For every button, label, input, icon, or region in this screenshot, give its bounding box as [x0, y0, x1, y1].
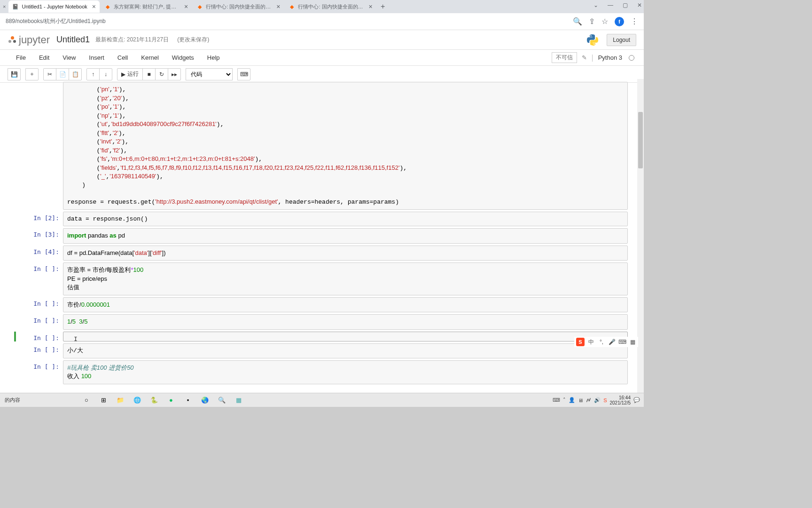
code-input[interactable]: 小/大 — [63, 344, 627, 358]
save-button[interactable]: 💾 — [8, 68, 21, 80]
browser-tab-0[interactable]: 📓 Untitled1 - Jupyter Notebook × — [8, 0, 100, 13]
close-icon[interactable]: × — [184, 3, 188, 10]
kebab-menu-icon[interactable]: ⋮ — [631, 17, 638, 26]
tray-keyboard-icon[interactable]: ⌨ — [553, 397, 560, 403]
code-input[interactable]: 1/5 3/5 — [63, 315, 627, 329]
browser-ie-icon[interactable]: 🌏 — [200, 395, 210, 405]
explorer-icon[interactable]: 📁 — [115, 395, 125, 405]
interrupt-button[interactable]: ■ — [142, 68, 156, 80]
tab-label: 行情中心: 国内快捷全面的股票... — [206, 3, 272, 10]
code-cell[interactable]: In [3]: import pandas as pd — [16, 228, 628, 244]
new-tab-button[interactable]: + — [377, 1, 389, 12]
pycharm-icon[interactable]: 🐍 — [149, 395, 159, 405]
close-icon[interactable]: × — [368, 3, 372, 10]
pencil-icon[interactable]: ✎ — [582, 54, 587, 61]
tray-volume-icon[interactable]: 🔊 — [594, 397, 601, 403]
vertical-scrollbar[interactable] — [637, 79, 644, 393]
jupyter-header: jupyter Untitled1 最新检查点: 2021年11月27日 (更改… — [0, 30, 644, 50]
wechat-icon[interactable]: ● — [166, 395, 176, 405]
move-up-button[interactable]: ↑ — [86, 68, 100, 80]
jupyter-logo[interactable]: jupyter — [8, 34, 50, 46]
ime-grid-icon[interactable]: ▦ — [629, 339, 636, 345]
share-icon[interactable]: ⇪ — [589, 17, 595, 26]
run-button[interactable]: ▶ 运行 — [117, 68, 143, 80]
code-cell[interactable]: In [ ]: 1/5 3/5 — [16, 314, 628, 330]
tray-people-icon[interactable]: 👤 — [569, 397, 575, 403]
code-input[interactable]: df = pd.DataFrame(data['data']['diff']) — [63, 246, 627, 261]
command-palette-button[interactable]: ⌨ — [237, 68, 250, 80]
bookmark-icon[interactable]: ☆ — [601, 17, 608, 26]
menu-widgets[interactable]: Widgets — [165, 54, 201, 61]
code-cell[interactable]: In [ ]: #玩具枪 卖100 进货价50 收入 100 — [16, 360, 628, 384]
menu-kernel[interactable]: Kernel — [134, 54, 165, 61]
ime-toolbar[interactable]: S 中 °, 🎤 ⌨ ▦ — [574, 337, 638, 347]
scrollbar-thumb[interactable] — [638, 112, 643, 168]
ime-punct-icon[interactable]: °, — [598, 339, 605, 345]
tray-notifications-icon[interactable]: 💬 — [633, 397, 640, 403]
browser-tab-1[interactable]: ◆ 东方财富网: 财经门户, 提供专... × — [101, 0, 192, 13]
menu-help[interactable]: Help — [201, 54, 226, 61]
code-input[interactable]: 市盈率 = 市价/每股盈利*100 PE = price/eps 估值 — [63, 263, 627, 295]
maximize-icon[interactable]: ▢ — [623, 2, 628, 8]
sogou-icon[interactable]: S — [576, 338, 585, 346]
code-cell[interactable]: In [4]: df = pd.DataFrame(data['data']['… — [16, 246, 628, 261]
ime-lang[interactable]: 中 — [587, 338, 595, 346]
menu-view[interactable]: View — [56, 54, 82, 61]
add-cell-button[interactable]: ＋ — [25, 68, 39, 80]
cell-prompt: In [2]: — [16, 212, 63, 227]
code-cell[interactable]: ('pn','1'), ('pz','20'), ('po','1'), ('n… — [16, 82, 628, 210]
cell-prompt: In [4]: — [16, 246, 63, 261]
notebook-area[interactable]: ('pn','1'), ('pz','20'), ('po','1'), ('n… — [0, 79, 644, 407]
close-icon[interactable]: × — [92, 3, 96, 10]
cortana-icon[interactable]: ○ — [81, 395, 92, 405]
code-cell[interactable]: In [ ]: 市价/0.0000001 — [16, 297, 628, 313]
menu-file[interactable]: File — [9, 54, 32, 61]
profile-avatar[interactable]: f — [615, 17, 624, 26]
tray-chevron-up-icon[interactable]: ˄ — [563, 397, 566, 403]
menu-insert[interactable]: Insert — [82, 54, 111, 61]
code-cell-selected[interactable]: In [ ]: I — [14, 332, 628, 341]
code-input[interactable]: import pandas as pd — [63, 229, 627, 243]
code-cell[interactable]: In [2]: data = response.json() — [16, 212, 628, 227]
code-input[interactable]: data = response.json() — [63, 212, 627, 226]
everything-icon[interactable]: 🔍 — [217, 395, 227, 405]
logout-button[interactable]: Logout — [607, 34, 636, 46]
code-input[interactable]: #玩具枪 卖100 进货价50 收入 100 — [63, 361, 627, 384]
tray-battery-icon[interactable]: 🗲 — [586, 397, 591, 403]
notebook-title[interactable]: Untitled1 — [56, 35, 90, 45]
terminal-icon[interactable]: ▪ — [183, 395, 193, 405]
close-icon[interactable]: × — [276, 3, 280, 10]
paste-button[interactable]: 📋 — [69, 68, 82, 80]
chrome-icon[interactable]: 🌐 — [132, 395, 142, 405]
cut-button[interactable]: ✂ — [43, 68, 56, 80]
code-input[interactable]: I — [63, 332, 627, 341]
restart-run-button[interactable]: ▸▸ — [168, 68, 181, 80]
code-cell[interactable]: In [ ]: 小/大 — [16, 343, 628, 358]
kernel-name[interactable]: Python 3 — [598, 54, 622, 61]
copy-button[interactable]: 📄 — [56, 68, 69, 80]
restart-button[interactable]: ↻ — [155, 68, 168, 80]
menu-edit[interactable]: Edit — [32, 54, 56, 61]
close-window-icon[interactable]: ✕ — [637, 2, 642, 8]
minimize-icon[interactable]: — — [608, 2, 613, 8]
move-down-button[interactable]: ↓ — [99, 68, 112, 80]
celltype-select[interactable]: 代码 — [186, 68, 233, 80]
code-input[interactable]: 市价/0.0000001 — [63, 298, 627, 312]
browser-tab-2[interactable]: ◆ 行情中心: 国内快捷全面的股票... × — [193, 0, 284, 13]
zoom-icon[interactable]: 🔍 — [573, 17, 582, 26]
url-text[interactable]: 889/notebooks/杭州小忆/Untitled1.ipynb — [6, 17, 106, 25]
clock[interactable]: 16:44 2021/12/5 — [610, 395, 631, 405]
trust-badge[interactable]: 不可信 — [552, 52, 577, 63]
browser-tab-3[interactable]: ◆ 行情中心: 国内快捷全面的股票... × — [285, 0, 376, 13]
tray-sogou-icon[interactable]: S — [603, 397, 607, 403]
chevron-down-icon[interactable]: ⌄ — [593, 2, 598, 8]
menu-cell[interactable]: Cell — [111, 54, 134, 61]
code-cell[interactable]: In [ ]: 市盈率 = 市价/每股盈利*100 PE = price/eps… — [16, 262, 628, 295]
tray-network-icon[interactable]: 🖥 — [578, 397, 583, 403]
ime-keyboard-icon[interactable]: ⌨ — [618, 339, 626, 345]
tab-close-leading[interactable]: × — [1, 0, 8, 13]
code-input[interactable]: ('pn','1'), ('pz','20'), ('po','1'), ('n… — [63, 82, 627, 209]
ime-mic-icon[interactable]: 🎤 — [608, 339, 616, 345]
app-icon[interactable]: ▦ — [234, 395, 244, 405]
taskview-icon[interactable]: ⊞ — [98, 395, 109, 405]
